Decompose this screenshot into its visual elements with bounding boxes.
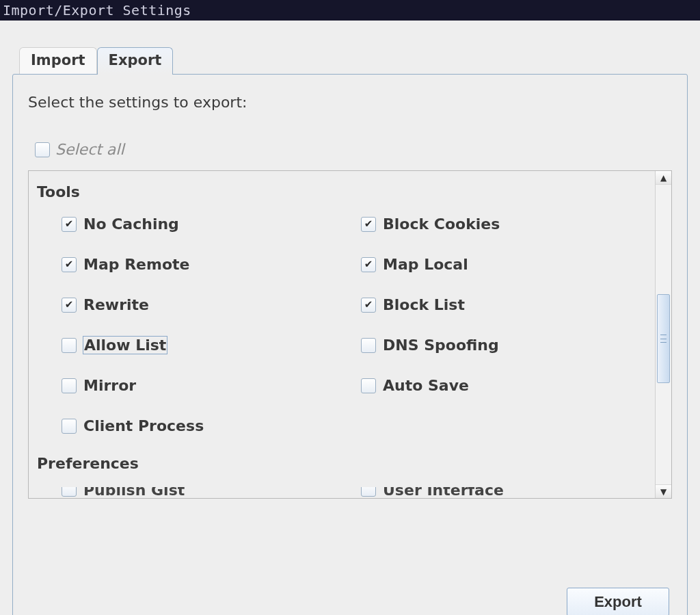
window-titlebar: Import/Export Settings bbox=[0, 0, 700, 21]
scroll-up-button[interactable]: ▲ bbox=[656, 171, 671, 185]
option-block-cookies: Block Cookies bbox=[361, 215, 647, 233]
preferences-partial-row: Publish Gist User Interface bbox=[62, 487, 647, 498]
export-panel: Select the settings to export: Select al… bbox=[12, 74, 688, 615]
option-dns-spoofing: DNS Spoofing bbox=[361, 337, 647, 354]
label-mirror: Mirror bbox=[83, 377, 136, 394]
tab-export-label: Export bbox=[109, 52, 162, 68]
label-user-interface: User Interface bbox=[383, 487, 504, 498]
label-client-process: Client Process bbox=[83, 417, 204, 434]
option-no-caching: No Caching bbox=[62, 215, 347, 233]
label-allow-list: Allow List bbox=[83, 337, 167, 354]
checkbox-mirror[interactable] bbox=[62, 378, 77, 393]
label-block-cookies: Block Cookies bbox=[383, 215, 500, 233]
checkbox-map-remote[interactable] bbox=[62, 257, 77, 272]
checkbox-dns-spoofing[interactable] bbox=[361, 338, 376, 353]
tab-export[interactable]: Export bbox=[97, 47, 174, 75]
list-scrollbar[interactable]: ▲ ▼ bbox=[655, 171, 671, 498]
scrollbar-track[interactable] bbox=[656, 185, 671, 484]
tools-option-grid: No Caching Block Cookies Map Remote Map … bbox=[62, 215, 647, 434]
option-block-list: Block List bbox=[361, 296, 647, 313]
tab-bar: Import Export bbox=[19, 48, 688, 74]
checkbox-client-process[interactable] bbox=[62, 419, 77, 434]
scroll-down-button[interactable]: ▼ bbox=[656, 484, 671, 498]
tab-import-label: Import bbox=[31, 52, 85, 68]
dialog-content: Import Export Select the settings to exp… bbox=[0, 21, 700, 615]
checkbox-rewrite[interactable] bbox=[62, 298, 77, 313]
option-rewrite: Rewrite bbox=[62, 296, 347, 313]
button-row: Export bbox=[567, 588, 669, 615]
option-map-remote: Map Remote bbox=[62, 256, 347, 273]
checkbox-no-caching[interactable] bbox=[62, 217, 77, 232]
label-dns-spoofing: DNS Spoofing bbox=[383, 337, 499, 354]
option-user-interface: User Interface bbox=[361, 487, 647, 498]
checkbox-block-list[interactable] bbox=[361, 298, 376, 313]
select-all-checkbox[interactable] bbox=[35, 142, 50, 157]
checkbox-publish-gist[interactable] bbox=[62, 487, 77, 497]
export-button[interactable]: Export bbox=[567, 588, 669, 615]
option-map-local: Map Local bbox=[361, 256, 647, 273]
scrollbar-thumb[interactable] bbox=[657, 294, 670, 383]
label-auto-save: Auto Save bbox=[383, 377, 469, 394]
checkbox-map-local[interactable] bbox=[361, 257, 376, 272]
label-rewrite: Rewrite bbox=[83, 296, 149, 313]
export-button-label: Export bbox=[594, 593, 642, 610]
export-prompt: Select the settings to export: bbox=[28, 94, 672, 111]
triangle-up-icon: ▲ bbox=[660, 173, 667, 183]
option-allow-list: Allow List bbox=[62, 337, 347, 354]
settings-listbox: Tools No Caching Block Cookies Map Remot… bbox=[28, 170, 672, 499]
option-client-process: Client Process bbox=[62, 417, 347, 434]
triangle-down-icon: ▼ bbox=[660, 487, 667, 497]
select-all-row: Select all bbox=[35, 141, 672, 158]
group-title-tools: Tools bbox=[37, 183, 647, 200]
settings-list-inner: Tools No Caching Block Cookies Map Remot… bbox=[29, 171, 655, 498]
label-map-remote: Map Remote bbox=[83, 256, 189, 273]
option-auto-save: Auto Save bbox=[361, 377, 647, 394]
option-publish-gist: Publish Gist bbox=[62, 487, 347, 498]
checkbox-auto-save[interactable] bbox=[361, 378, 376, 393]
option-mirror: Mirror bbox=[62, 377, 347, 394]
window-title: Import/Export Settings bbox=[3, 2, 191, 18]
group-title-preferences: Preferences bbox=[37, 455, 647, 472]
label-map-local: Map Local bbox=[383, 256, 468, 273]
checkbox-user-interface[interactable] bbox=[361, 487, 376, 497]
tab-import[interactable]: Import bbox=[19, 47, 97, 74]
label-block-list: Block List bbox=[383, 296, 465, 313]
checkbox-block-cookies[interactable] bbox=[361, 217, 376, 232]
label-no-caching: No Caching bbox=[83, 215, 179, 233]
checkbox-allow-list[interactable] bbox=[62, 338, 77, 353]
label-publish-gist: Publish Gist bbox=[83, 487, 185, 498]
select-all-label: Select all bbox=[55, 141, 124, 158]
